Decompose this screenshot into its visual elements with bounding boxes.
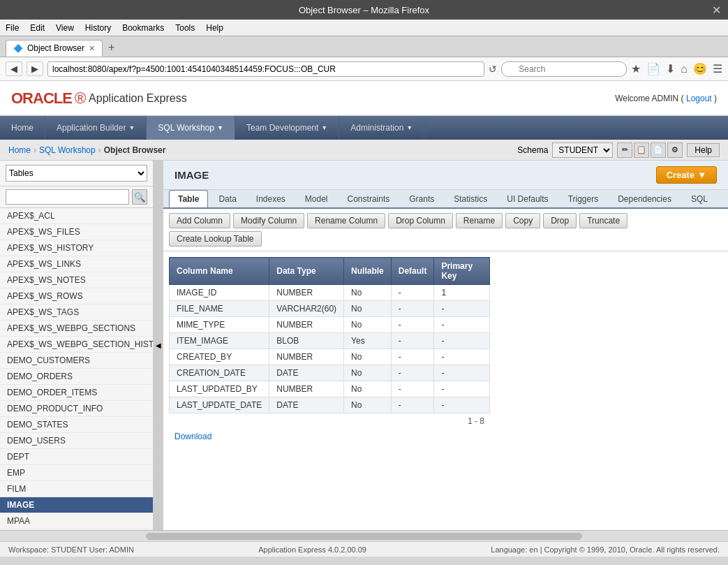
- sidebar-item[interactable]: APEX$_WS_TAGS: [0, 304, 153, 321]
- create-button[interactable]: Create ▼: [656, 166, 717, 184]
- bookmark-icon[interactable]: ★: [631, 62, 641, 75]
- url-input[interactable]: [47, 61, 484, 77]
- nav-team-dev[interactable]: Team Development ▼: [235, 116, 339, 140]
- nav-app-builder[interactable]: Application Builder ▼: [45, 116, 147, 140]
- sidebar-item[interactable]: IMAGE: [0, 497, 153, 513]
- schema-icon-2[interactable]: 📋: [634, 142, 649, 158]
- sidebar-item[interactable]: APEX$_WS_WEBPG_SECTION_HISTO: [0, 337, 153, 353]
- sidebar-item[interactable]: APEX$_WS_HISTORY: [0, 240, 153, 256]
- help-button[interactable]: Help: [687, 143, 720, 157]
- breadcrumb-home[interactable]: Home: [8, 145, 31, 155]
- action-btn-drop[interactable]: Drop: [543, 213, 577, 228]
- breadcrumb-trail: Home › SQL Workshop › Object Browser: [8, 145, 165, 155]
- home-icon[interactable]: ⌂: [681, 63, 688, 75]
- menu-history[interactable]: History: [85, 23, 111, 33]
- sidebar-item[interactable]: DEMO_ORDERS: [0, 369, 153, 385]
- sidebar-search-input[interactable]: [6, 189, 129, 205]
- profile-icon[interactable]: 😊: [693, 62, 707, 75]
- sidebar-item[interactable]: APEX$_WS_NOTES: [0, 272, 153, 288]
- action-btn-rename-column[interactable]: Rename Column: [307, 213, 385, 228]
- table-cell: -: [391, 349, 434, 365]
- sidebar-toggle-button[interactable]: ◀: [154, 161, 163, 530]
- action-btn-create-lookup-table[interactable]: Create Lookup Table: [169, 231, 262, 247]
- reload-button[interactable]: ↺: [489, 64, 497, 75]
- browser-search-input[interactable]: [501, 61, 627, 77]
- close-icon[interactable]: ✕: [712, 3, 721, 17]
- content-tab-statistics[interactable]: Statistics: [445, 190, 496, 207]
- action-btn-rename[interactable]: Rename: [456, 213, 503, 228]
- page-icon[interactable]: 📄: [646, 62, 660, 75]
- action-btn-copy[interactable]: Copy: [505, 213, 540, 228]
- nav-team-dev-arrow: ▼: [321, 124, 327, 131]
- table-cell: FILE_NAME: [170, 301, 269, 317]
- copyright-info: Language: en | Copyright © 1999, 2010, O…: [491, 545, 720, 554]
- schema-select[interactable]: STUDENT: [552, 142, 613, 158]
- action-btn-truncate[interactable]: Truncate: [579, 213, 627, 228]
- menu-file[interactable]: File: [6, 23, 19, 33]
- menu-view[interactable]: View: [56, 23, 74, 33]
- create-button-label: Create: [667, 170, 694, 180]
- forward-button[interactable]: ▶: [27, 61, 43, 76]
- content-tab-constraints[interactable]: Constraints: [339, 190, 399, 207]
- sidebar-item[interactable]: DEMO_USERS: [0, 433, 153, 449]
- sidebar-item[interactable]: APEX$_WS_WEBPG_SECTIONS: [0, 321, 153, 337]
- menu-icon[interactable]: ☰: [713, 62, 722, 75]
- menu-tools[interactable]: Tools: [175, 23, 195, 33]
- schema-icon-4[interactable]: ⚙: [667, 142, 683, 158]
- content-tab-model[interactable]: Model: [296, 190, 337, 207]
- sidebar-item[interactable]: APEX$_WS_LINKS: [0, 256, 153, 272]
- nav-home[interactable]: Home: [0, 116, 45, 140]
- sidebar-item[interactable]: APEX$_WS_FILES: [0, 224, 153, 240]
- action-btn-add-column[interactable]: Add Column: [169, 213, 230, 228]
- action-btn-modify-column[interactable]: Modify Column: [233, 213, 304, 228]
- content-tab-table[interactable]: Table: [169, 190, 208, 207]
- download-link[interactable]: Download: [169, 429, 217, 444]
- content-tab-grants[interactable]: Grants: [400, 190, 443, 207]
- content-tab-ui-defaults[interactable]: UI Defaults: [498, 190, 557, 207]
- sidebar-type-select[interactable]: Tables: [6, 165, 147, 182]
- download-icon[interactable]: ⬇: [666, 62, 675, 75]
- menu-help[interactable]: Help: [206, 23, 223, 33]
- oracle-brand: ORACLE: [11, 89, 72, 108]
- table-cell: VARCHAR2(60): [269, 301, 344, 317]
- sidebar-item[interactable]: DEMO_ORDER_ITEMS: [0, 385, 153, 401]
- browser-tab[interactable]: 🔷 Object Browser ✕: [6, 40, 103, 57]
- content-tab-sql[interactable]: SQL: [682, 190, 717, 207]
- menu-bookmarks[interactable]: Bookmarks: [122, 23, 164, 33]
- breadcrumb-current: Object Browser: [104, 145, 166, 155]
- sidebar-item[interactable]: FILM: [0, 481, 153, 497]
- sidebar-item[interactable]: DEMO_PRODUCT_INFO: [0, 401, 153, 417]
- table-cell: DATE: [269, 365, 344, 381]
- nav-sql-workshop[interactable]: SQL Workshop ▼: [147, 116, 235, 140]
- content-tab-dependencies[interactable]: Dependencies: [609, 190, 681, 207]
- sidebar-item[interactable]: MPAA: [0, 513, 153, 529]
- logout-link[interactable]: Logout: [686, 94, 712, 103]
- content-tab-indexes[interactable]: Indexes: [247, 190, 295, 207]
- schema-icon-1[interactable]: ✏: [617, 142, 632, 158]
- new-tab-button[interactable]: +: [103, 38, 120, 57]
- sidebar-item[interactable]: DEMO_STATES: [0, 417, 153, 433]
- table-cell: -: [434, 333, 490, 349]
- content-tab-triggers[interactable]: Triggers: [559, 190, 608, 207]
- back-button[interactable]: ◀: [6, 61, 22, 76]
- menu-edit[interactable]: Edit: [30, 23, 45, 33]
- scrollbar-thumb: [146, 533, 583, 540]
- horizontal-scrollbar[interactable]: [0, 530, 728, 541]
- sidebar-item[interactable]: DEPT: [0, 449, 153, 465]
- nav-administration-label: Administration: [350, 123, 403, 133]
- breadcrumb-sql-workshop[interactable]: SQL Workshop: [39, 145, 96, 155]
- nav-administration[interactable]: Administration ▼: [339, 116, 424, 140]
- sidebar-item[interactable]: EMP: [0, 465, 153, 481]
- sidebar-search-button[interactable]: 🔍: [132, 189, 147, 205]
- column-header: Nullable: [344, 258, 392, 285]
- schema-icon-3[interactable]: 📄: [651, 142, 666, 158]
- nav-sql-workshop-label: SQL Workshop: [158, 123, 214, 133]
- sidebar-item[interactable]: APEX$_WS_ROWS: [0, 288, 153, 304]
- tab-close-icon[interactable]: ✕: [89, 44, 95, 53]
- action-btn-drop-column[interactable]: Drop Column: [388, 213, 453, 228]
- sidebar-item[interactable]: SYSTEM_USER: [0, 529, 153, 530]
- sidebar-item[interactable]: DEMO_CUSTOMERS: [0, 353, 153, 369]
- content-title-bar: IMAGE Create ▼: [163, 161, 728, 190]
- content-tab-data[interactable]: Data: [209, 190, 245, 207]
- sidebar-item[interactable]: APEX$_ACL: [0, 208, 153, 224]
